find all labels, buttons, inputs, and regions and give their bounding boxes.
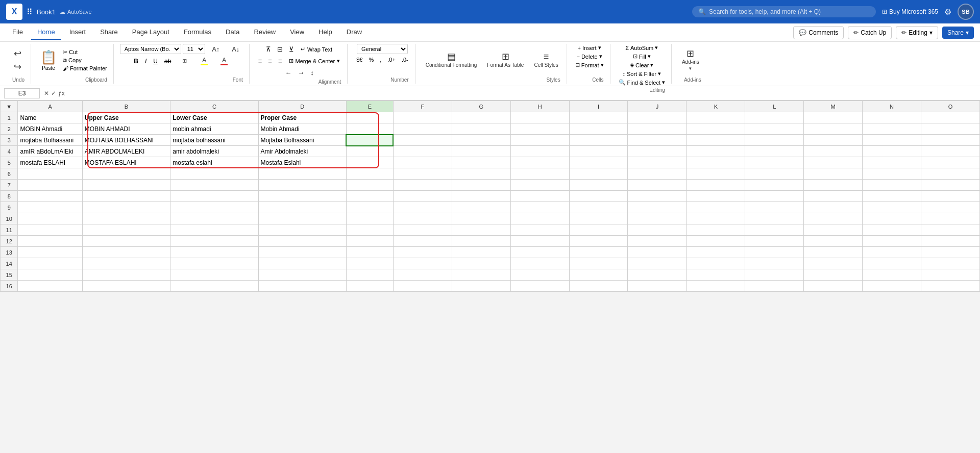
col-header-g[interactable]: G <box>452 101 510 112</box>
addins-button[interactable]: ⊞ Add-ins ▾ <box>678 47 703 73</box>
delete-cell-button[interactable]: − Delete ▾ <box>574 53 604 60</box>
grid-cell[interactable] <box>921 112 980 123</box>
grid-cell[interactable] <box>18 202 82 213</box>
grid-cell[interactable] <box>628 168 687 180</box>
grid-cell[interactable] <box>863 168 921 180</box>
grid-cell[interactable]: Name <box>18 112 82 123</box>
italic-button[interactable]: I <box>142 57 149 66</box>
grid-cell[interactable] <box>804 191 863 202</box>
grid-cell[interactable] <box>393 269 452 281</box>
grid-cell[interactable] <box>628 180 687 191</box>
grid-cell[interactable] <box>170 180 258 191</box>
text-direction-button[interactable]: ↕ <box>308 67 316 78</box>
grid-cell[interactable] <box>393 135 452 146</box>
align-center-button[interactable]: ≡ <box>265 56 275 66</box>
grid-cell[interactable] <box>393 281 452 292</box>
cut-button[interactable]: ✂ Cut <box>61 48 109 56</box>
grid-cell[interactable] <box>452 213 510 224</box>
grid-cell[interactable] <box>628 258 687 269</box>
grid-cell[interactable] <box>569 112 628 123</box>
cancel-icon[interactable]: ✕ <box>44 90 49 97</box>
grid-cell[interactable] <box>452 258 510 269</box>
grid-cell[interactable] <box>687 213 745 224</box>
tab-help[interactable]: Help <box>312 25 338 40</box>
grid-cell[interactable] <box>346 202 393 213</box>
grid-cell[interactable] <box>258 213 346 224</box>
grid-cell[interactable] <box>170 191 258 202</box>
align-middle-button[interactable]: ⊟ <box>275 44 285 55</box>
grid-cell[interactable] <box>18 213 82 224</box>
grid-cell[interactable] <box>18 258 82 269</box>
border-button[interactable]: ⊞ <box>175 57 193 65</box>
grid-cell[interactable] <box>170 213 258 224</box>
col-header-e[interactable]: E <box>346 101 393 112</box>
grid-cell[interactable] <box>510 258 569 269</box>
grid-cell[interactable]: Proper Case <box>258 112 346 123</box>
grid-cell[interactable] <box>687 123 745 135</box>
grid-cell[interactable] <box>393 146 452 157</box>
grid-cell[interactable] <box>804 135 863 146</box>
decrease-indent-button[interactable]: ← <box>282 67 294 78</box>
font-size-select[interactable]: 11 <box>183 44 205 54</box>
grid-cell[interactable] <box>346 168 393 180</box>
font-color-button[interactable]: A <box>215 56 233 66</box>
grid-cell[interactable] <box>804 224 863 236</box>
grid-cell[interactable] <box>346 112 393 123</box>
grid-cell[interactable] <box>745 146 804 157</box>
clear-button[interactable]: ◈ Clear ▾ <box>628 61 655 69</box>
grid-cell[interactable] <box>628 247 687 258</box>
grid-cell[interactable] <box>921 123 980 135</box>
grid-cell[interactable] <box>170 247 258 258</box>
col-header-l[interactable]: L <box>745 101 804 112</box>
fill-color-button[interactable]: A <box>195 56 213 66</box>
grid-cell[interactable] <box>82 236 170 247</box>
grid-cell[interactable]: MOBIN Ahmadi <box>18 123 82 135</box>
redo-button[interactable]: ↪ <box>8 61 27 73</box>
col-header-f[interactable]: F <box>393 101 452 112</box>
col-header-j[interactable]: J <box>628 101 687 112</box>
grid-cell[interactable] <box>18 224 82 236</box>
grid-cell[interactable] <box>170 258 258 269</box>
grid-cell[interactable] <box>569 146 628 157</box>
grid-cell[interactable]: MOJTABA BOLHASSANI <box>82 135 170 146</box>
grid-cell[interactable] <box>510 180 569 191</box>
grid-cell[interactable] <box>863 236 921 247</box>
grid-cell[interactable] <box>393 213 452 224</box>
grid-cell[interactable] <box>804 213 863 224</box>
grid-cell[interactable] <box>628 269 687 281</box>
grid-cell[interactable] <box>452 236 510 247</box>
grid-cell[interactable] <box>628 213 687 224</box>
increase-indent-button[interactable]: → <box>295 67 307 78</box>
grid-cell[interactable] <box>804 269 863 281</box>
grid-cell[interactable] <box>687 258 745 269</box>
grid-cell[interactable] <box>628 123 687 135</box>
grid-cell[interactable] <box>452 269 510 281</box>
grid-cell[interactable] <box>804 281 863 292</box>
grid-cell[interactable] <box>258 224 346 236</box>
waffle-menu-icon[interactable]: ⠿ <box>27 7 33 17</box>
grid-cell[interactable] <box>346 157 393 168</box>
format-cell-button[interactable]: ⊟ Format ▾ <box>573 61 606 69</box>
grid-cell[interactable] <box>452 202 510 213</box>
grid-cell[interactable] <box>510 135 569 146</box>
grid-cell[interactable] <box>346 135 393 146</box>
font-family-select[interactable]: Aptos Narrow (Bo... <box>120 44 181 54</box>
grid-cell[interactable] <box>687 236 745 247</box>
grid-cell[interactable] <box>921 213 980 224</box>
paste-button[interactable]: 📋 Paste <box>37 47 60 73</box>
grid-cell[interactable]: MOBIN AHMADI <box>82 123 170 135</box>
grid-cell[interactable] <box>745 236 804 247</box>
grid-cell[interactable] <box>393 202 452 213</box>
grid-cell[interactable] <box>628 112 687 123</box>
grid-cell[interactable] <box>863 157 921 168</box>
grid-cell[interactable] <box>687 191 745 202</box>
grid-cell[interactable] <box>510 281 569 292</box>
increase-decimal-button[interactable]: .0+ <box>385 56 398 64</box>
conditional-formatting-button[interactable]: ▤ Conditional Formatting <box>422 50 481 70</box>
insert-function-icon[interactable]: ƒx <box>58 90 65 97</box>
grid-cell[interactable] <box>921 258 980 269</box>
grid-cell[interactable] <box>863 281 921 292</box>
grid-cell[interactable]: Mobin Ahmadi <box>258 123 346 135</box>
grid-cell[interactable] <box>258 269 346 281</box>
col-header-c[interactable]: C <box>170 101 258 112</box>
